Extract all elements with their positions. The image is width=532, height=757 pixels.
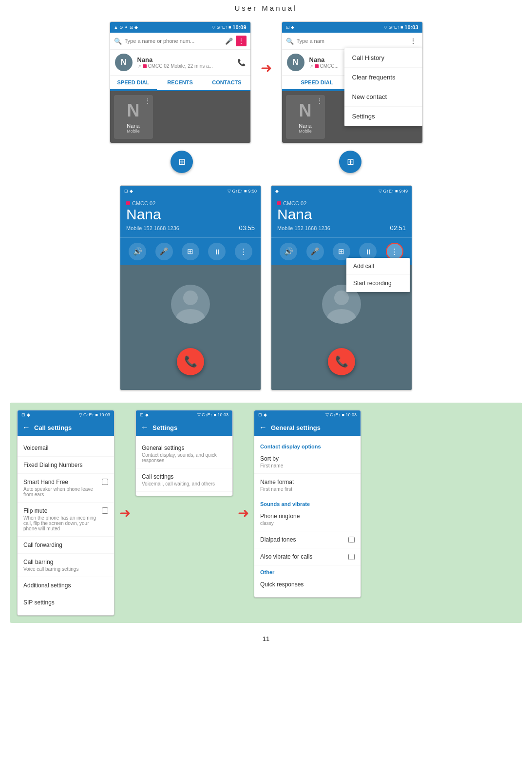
- speed-dial-menu-1[interactable]: ⋮: [144, 97, 151, 105]
- call-contact-name-1: Nana: [126, 206, 255, 222]
- call-dropdown-start-recording[interactable]: Start recording: [346, 275, 410, 292]
- speed-dial-sub-1: Mobile: [127, 129, 140, 134]
- dropdown-settings[interactable]: Settings: [344, 107, 422, 126]
- call-dropdown-add-call[interactable]: Add call: [346, 258, 410, 275]
- mid-screenshot-row: ⊡ ◆ ▽ G↑E↑ ■ 9:50 CMCC 02 Nana Mobile 15…: [0, 180, 532, 395]
- call-timer-1: 03:55: [239, 224, 255, 232]
- search-input-2[interactable]: [297, 38, 405, 44]
- call-mute-btn-1[interactable]: 🎤: [155, 243, 173, 260]
- flip-mute-checkbox[interactable]: [102, 507, 108, 514]
- redirect-icon-2: ↗: [309, 64, 313, 69]
- settings-item-additional[interactable]: Additional settings: [18, 577, 114, 594]
- dial-btn-left-container: ⊞: [111, 151, 252, 173]
- search-bar-2[interactable]: 🔍 ⋮: [282, 33, 422, 50]
- settings-item-dialpad-tones[interactable]: Dialpad tones: [254, 531, 361, 548]
- speed-dial-card-1: ⋮ N Nana Mobile: [114, 95, 153, 139]
- avatar-area-1: [120, 265, 261, 338]
- search-input-1[interactable]: [125, 38, 222, 44]
- ringtone-sub: classy: [260, 521, 355, 526]
- tab-speed-dial-1[interactable]: SPEED DIAL: [110, 76, 157, 90]
- settings-item-name-format[interactable]: Name format First name first: [254, 474, 361, 497]
- call-speaker-btn-1[interactable]: 🔊: [129, 243, 146, 260]
- call-contact-name-2: Nana: [277, 206, 406, 222]
- flip-mute-label: Flip mute: [23, 507, 102, 514]
- call-signal-time-1: ▽ G↑E↑ ■ 9:50: [228, 189, 257, 194]
- settings-signal-time-2: ▽ G↑E↑ ■ 10:03: [197, 412, 228, 417]
- call-barring-label: Call barring: [23, 559, 108, 565]
- tab-speed-dial-2[interactable]: SPEED DIAL: [282, 76, 352, 90]
- smart-hands-free-checkbox[interactable]: [102, 479, 108, 485]
- settings-title-1: Call settings: [34, 424, 72, 431]
- call-speaker-btn-2[interactable]: 🔊: [280, 243, 297, 260]
- menu-button-1[interactable]: ⋮: [236, 36, 247, 46]
- call-keypad-btn-1[interactable]: ⊞: [182, 243, 199, 260]
- settings-title-2: Settings: [152, 424, 177, 431]
- contact-detail-1: ↗ CMCC 02 Mobile, 22 mins a...: [137, 63, 232, 69]
- call-more-btn-1[interactable]: ⋮: [235, 243, 252, 260]
- end-call-button-2[interactable]: 📞: [328, 348, 355, 375]
- other-category: Other: [254, 565, 361, 576]
- call-screen-2: ◆ ▽ G↑E↑ ■ 9:49 CMCC 02 Nana Mobile 152 …: [271, 185, 412, 390]
- search-icon-1: 🔍: [114, 38, 122, 45]
- settings-body-1: Voicemail Fixed Dialing Numbers Smart Ha…: [18, 436, 114, 615]
- settings-back-icon-1[interactable]: ←: [22, 423, 30, 432]
- call-status-icons-1: ⊡ ◆: [124, 189, 133, 194]
- call-carrier-1: CMCC 02: [126, 200, 255, 206]
- settings-item-general[interactable]: General settings Contact display, sounds…: [136, 440, 232, 468]
- settings-status-3: ⊡ ◆ ▽ G↑E↑ ■ 10:03: [254, 410, 361, 419]
- settings-body-2: General settings Contact display, sounds…: [136, 436, 232, 496]
- contact-carrier-1: CMCC 02 Mobile, 22 mins a...: [148, 63, 213, 69]
- call-hold-btn-1[interactable]: ⏸: [208, 243, 226, 260]
- settings-item-smart-hands-free[interactable]: Smart Hand Free Auto speaker when phone …: [18, 474, 114, 503]
- contact-name-1: Nana: [137, 56, 232, 63]
- page-number: 11: [0, 630, 532, 647]
- end-call-button-1[interactable]: 📞: [177, 348, 204, 375]
- sim-dot-1: [126, 201, 130, 205]
- settings-item-call-forwarding[interactable]: Call forwarding: [18, 537, 114, 554]
- mic-icon-1: 🎤: [225, 38, 233, 45]
- menu-button-2[interactable]: ⋮: [408, 36, 418, 46]
- settings-item-call-barring[interactable]: Call barring Voice call barring settings: [18, 554, 114, 577]
- dropdown-new-contact[interactable]: New contact: [344, 87, 422, 107]
- settings-item-vibrate-calls[interactable]: Also vibrate for calls: [254, 548, 361, 565]
- name-format-label: Name format: [260, 479, 355, 485]
- general-settings-label: General settings: [142, 445, 227, 451]
- settings-item-quick-responses[interactable]: Quick responses: [254, 576, 361, 593]
- settings-phone-1: ⊡ ◆ ▽ G↑E↑ ■ 10:03 ← Call settings Voice…: [17, 410, 114, 616]
- user-avatar-1: [171, 285, 210, 324]
- contact-info-1: Nana ↗ CMCC 02 Mobile, 22 mins a...: [137, 56, 232, 69]
- vibrate-calls-checkbox[interactable]: [348, 554, 355, 560]
- settings-item-sip[interactable]: SIP settings: [18, 594, 114, 611]
- dial-btn-right-container: ⊞: [280, 151, 421, 173]
- phone-screen-1: ▲ ⊙ ✦ ⊡ ◆ ▽ G↑E↑ ■ 10:09 🔍 🎤 ⋮ N Nana ↗ …: [110, 21, 251, 143]
- sim-indicator-1: [143, 64, 147, 68]
- call-settings-label: Call settings: [142, 473, 227, 480]
- tab-contacts-1[interactable]: CONTACTS: [204, 76, 250, 90]
- settings-back-icon-3[interactable]: ←: [259, 423, 267, 432]
- settings-item-ringtone[interactable]: Phone ringtone classy: [254, 508, 361, 531]
- settings-signal-time-3: ▽ G↑E↑ ■ 10:03: [325, 412, 357, 417]
- dropdown-menu-2: Call History Clear frequents New contact…: [344, 48, 422, 126]
- signal-time-2: ▽ G↑E↑ ■ 10:03: [384, 24, 418, 30]
- settings-item-flip-mute[interactable]: Flip mute When the phone has an incoming…: [18, 503, 114, 537]
- settings-item-fdn[interactable]: Fixed Dialing Numbers: [18, 457, 114, 474]
- settings-phone-2: ⊡ ◆ ▽ G↑E↑ ■ 10:03 ← Settings General se…: [135, 410, 233, 496]
- call-mute-btn-2[interactable]: 🎤: [306, 243, 324, 260]
- redirect-icon-1: ↗: [137, 64, 141, 69]
- call-settings-sub: Voicemail, call waiting, and others: [142, 481, 227, 486]
- dropdown-call-history[interactable]: Call History: [344, 48, 422, 68]
- speed-dial-menu-2[interactable]: ⋮: [316, 97, 323, 105]
- dial-button-right[interactable]: ⊞: [339, 151, 361, 173]
- tab-recents-1[interactable]: RECENTS: [157, 76, 204, 90]
- settings-item-sort-by[interactable]: Sort by First name: [254, 450, 361, 474]
- search-bar-1[interactable]: 🔍 🎤 ⋮: [110, 33, 250, 50]
- dropdown-clear-frequents[interactable]: Clear frequents: [344, 68, 422, 87]
- dialpad-tones-checkbox[interactable]: [348, 537, 355, 543]
- settings-back-icon-2[interactable]: ←: [141, 423, 149, 432]
- dial-button-left[interactable]: ⊞: [171, 151, 193, 173]
- contact-row-1[interactable]: N Nana ↗ CMCC 02 Mobile, 22 mins a... 📞: [110, 50, 250, 76]
- settings-item-voicemail[interactable]: Voicemail: [18, 440, 114, 457]
- speed-dial-letter-1: N: [127, 100, 140, 121]
- settings-item-call[interactable]: Call settings Voicemail, call waiting, a…: [136, 468, 232, 492]
- call-forwarding-label: Call forwarding: [23, 542, 108, 548]
